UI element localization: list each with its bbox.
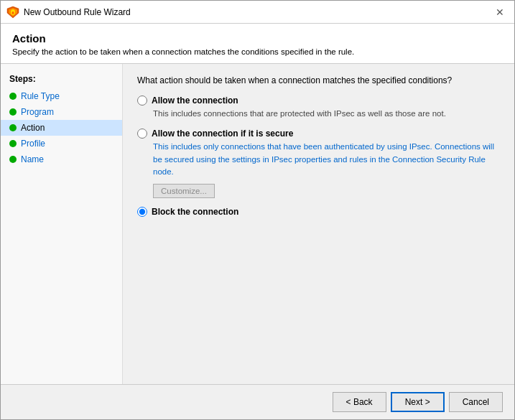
option-allow-secure: Allow the connection if it is secure Thi… <box>137 129 500 198</box>
svg-point-3 <box>12 11 14 14</box>
page-title: Action <box>12 32 503 45</box>
window-icon <box>6 6 19 19</box>
radio-allow-secure[interactable] <box>137 129 147 139</box>
option-block: Block the connection <box>137 207 500 217</box>
option-allow-desc: This includes connections that are prote… <box>137 108 500 120</box>
customize-button[interactable]: Customize... <box>153 184 215 198</box>
sidebar-label-name: Name <box>21 154 44 164</box>
cancel-button[interactable]: Cancel <box>449 392 503 412</box>
sidebar-item-program[interactable]: Program <box>1 104 122 120</box>
question-text: What action should be taken when a conne… <box>137 75 500 85</box>
radio-block[interactable] <box>137 207 147 217</box>
close-button[interactable]: ✕ <box>491 4 509 21</box>
sidebar-item-profile[interactable]: Profile <box>1 136 122 151</box>
page-subtitle: Specify the action to be taken when a co… <box>12 47 503 56</box>
sidebar-label-profile: Profile <box>21 139 45 149</box>
option-allow-secure-label[interactable]: Allow the connection if it is secure <box>137 129 500 139</box>
option-block-text: Block the connection <box>152 207 238 217</box>
sidebar-item-name[interactable]: Name <box>1 151 122 167</box>
footer: < Back Next > Cancel <box>1 384 514 419</box>
title-bar-text: New Outbound Rule Wizard <box>24 7 491 17</box>
content-area: Steps: Rule Type Program Action Profile … <box>1 64 514 384</box>
sidebar-label-rule-type: Rule Type <box>21 91 60 101</box>
back-button[interactable]: < Back <box>333 392 386 412</box>
step-active-icon <box>9 124 17 131</box>
sidebar: Steps: Rule Type Program Action Profile … <box>1 64 123 384</box>
step-pending-icon <box>9 140 17 147</box>
next-button[interactable]: Next > <box>391 392 445 412</box>
step-pending-icon <box>9 156 17 163</box>
main-panel: What action should be taken when a conne… <box>123 64 514 384</box>
sidebar-item-action[interactable]: Action <box>1 120 122 136</box>
title-bar: New Outbound Rule Wizard ✕ <box>1 1 514 24</box>
sidebar-label-action: Action <box>21 123 45 133</box>
option-block-label[interactable]: Block the connection <box>137 207 500 217</box>
option-allow-label[interactable]: Allow the connection <box>137 95 500 106</box>
option-allow-secure-text: Allow the connection if it is secure <box>152 129 293 139</box>
option-allow: Allow the connection This includes conne… <box>137 95 500 120</box>
sidebar-item-rule-type[interactable]: Rule Type <box>1 88 122 104</box>
page-header: Action Specify the action to be taken wh… <box>1 24 514 64</box>
step-done-icon <box>9 93 17 100</box>
sidebar-header: Steps: <box>1 71 122 88</box>
option-allow-text: Allow the connection <box>152 95 238 106</box>
step-done-icon <box>9 108 17 116</box>
option-allow-secure-desc: This includes only connections that have… <box>137 141 500 178</box>
radio-allow[interactable] <box>137 95 147 106</box>
sidebar-label-program: Program <box>21 107 54 117</box>
wizard-window: New Outbound Rule Wizard ✕ Action Specif… <box>0 0 515 420</box>
